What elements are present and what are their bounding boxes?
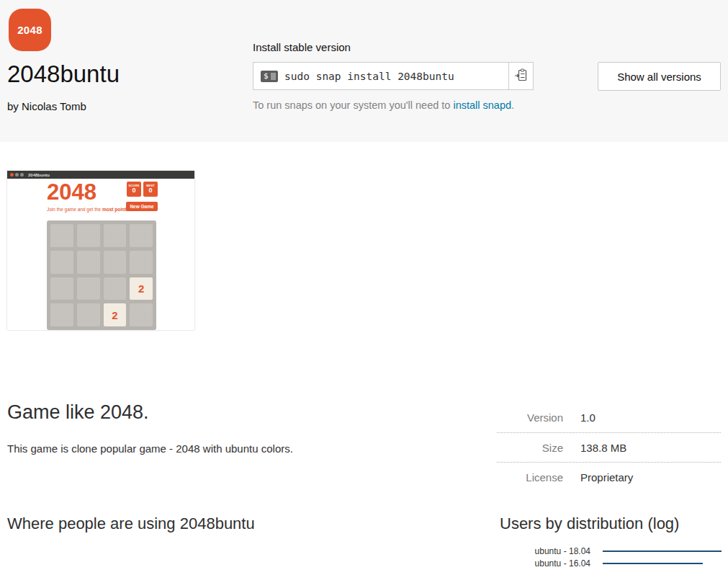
game-empty-cell <box>130 224 153 247</box>
chart-row: ubuntu - 16.04 <box>500 557 728 569</box>
chart-category-label: ubuntu - 16.04 <box>500 558 590 569</box>
install-heading: Install stable version <box>253 41 351 53</box>
description-text: This game is clone popular game - 2048 w… <box>7 442 454 455</box>
terminal-prompt-icon: $ <box>261 71 278 82</box>
screenshot-titlebar: 2048buntu <box>7 171 194 179</box>
game-empty-cell <box>50 251 73 274</box>
best-box: BEST 0 <box>143 182 158 197</box>
screenshot-window-title: 2048buntu <box>28 173 50 177</box>
game-empty-cell <box>50 224 73 247</box>
window-minimize-icon <box>15 173 19 177</box>
detail-row-license: License Proprietary <box>497 462 721 491</box>
new-game-button: New Game <box>126 202 158 211</box>
chart-bar <box>603 551 722 552</box>
game-empty-cell <box>77 277 100 300</box>
copy-button[interactable] <box>509 62 534 90</box>
game-empty-cell <box>77 224 100 247</box>
screenshot-body: 2048 SCORE 0 BEST 0 Join the game and ge… <box>7 179 194 330</box>
game-empty-cell <box>104 277 127 300</box>
distribution-chart: ubuntu - 18.04ubuntu - 16.04 <box>500 545 728 569</box>
details-table: Version 1.0 Size 138.8 MB License Propri… <box>497 403 721 491</box>
detail-row-size: Size 138.8 MB <box>497 432 721 462</box>
size-label: Size <box>497 442 580 454</box>
game-title: 2048 <box>47 179 96 205</box>
game-empty-cell <box>104 224 127 247</box>
show-all-versions-button[interactable]: Show all versions <box>598 62 721 91</box>
game-tile: 2 <box>104 303 127 326</box>
game-tile: 2 <box>130 277 153 300</box>
score-value: 0 <box>132 187 135 195</box>
distribution-heading: Users by distribution (log) <box>500 514 728 533</box>
snap-store-page: 2048 2048buntu by Nicolas Tomb Install s… <box>0 0 728 575</box>
install-command-text: sudo snap install 2048buntu <box>284 71 454 82</box>
chart-category-label: ubuntu - 18.04 <box>500 546 590 556</box>
description-section: Game like 2048. This game is clone popul… <box>7 401 454 455</box>
game-scores: SCORE 0 BEST 0 <box>127 182 158 197</box>
snapd-helper-text: To run snaps on your system you'll need … <box>253 99 514 111</box>
version-label: Version <box>497 411 580 424</box>
helper-suffix: . <box>511 99 514 111</box>
license-label: License <box>497 471 580 483</box>
chart-row: ubuntu - 18.04 <box>500 545 728 557</box>
summary-heading: Game like 2048. <box>7 401 454 424</box>
map-section-heading: Where people are using 2048buntu <box>7 514 255 533</box>
license-value: Proprietary <box>580 471 633 483</box>
game-empty-cell <box>104 251 127 274</box>
install-snapd-link[interactable]: install snapd <box>453 99 511 111</box>
clipboard-copy-icon <box>515 68 527 84</box>
game-empty-cell <box>130 303 153 326</box>
game-grid: 22 <box>47 220 156 330</box>
score-box: SCORE 0 <box>127 182 141 197</box>
game-tagline: Join the game and get the most points! <box>47 207 130 212</box>
app-icon-label: 2048 <box>17 24 42 36</box>
game-empty-cell <box>77 303 100 326</box>
install-command-row: $ sudo snap install 2048buntu <box>253 62 534 90</box>
best-value: 0 <box>148 187 152 195</box>
size-value: 138.8 MB <box>580 442 626 454</box>
helper-prefix: To run snaps on your system you'll need … <box>253 99 453 111</box>
game-empty-cell <box>50 303 73 326</box>
app-icon: 2048 <box>9 9 51 51</box>
header: 2048 2048buntu by Nicolas Tomb Install s… <box>0 0 728 142</box>
terminal-cursor <box>271 73 276 80</box>
game-empty-cell <box>77 251 100 274</box>
chart-bar <box>603 563 703 564</box>
publisher-byline: by Nicolas Tomb <box>7 100 86 112</box>
page-title: 2048buntu <box>7 61 120 88</box>
app-screenshot[interactable]: 2048buntu 2048 SCORE 0 BEST 0 Join the g… <box>7 171 194 330</box>
game-empty-cell <box>130 251 153 274</box>
distribution-section: Users by distribution (log) ubuntu - 18.… <box>500 514 728 569</box>
detail-row-version: Version 1.0 <box>497 403 721 432</box>
window-maximize-icon <box>20 173 24 177</box>
game-empty-cell <box>50 277 73 300</box>
window-close-icon <box>10 173 14 177</box>
dollar-sign: $ <box>264 72 269 80</box>
tagline-prefix: Join the game and get the <box>47 207 102 212</box>
version-value: 1.0 <box>580 411 596 424</box>
install-command-box[interactable]: $ sudo snap install 2048buntu <box>253 62 509 90</box>
